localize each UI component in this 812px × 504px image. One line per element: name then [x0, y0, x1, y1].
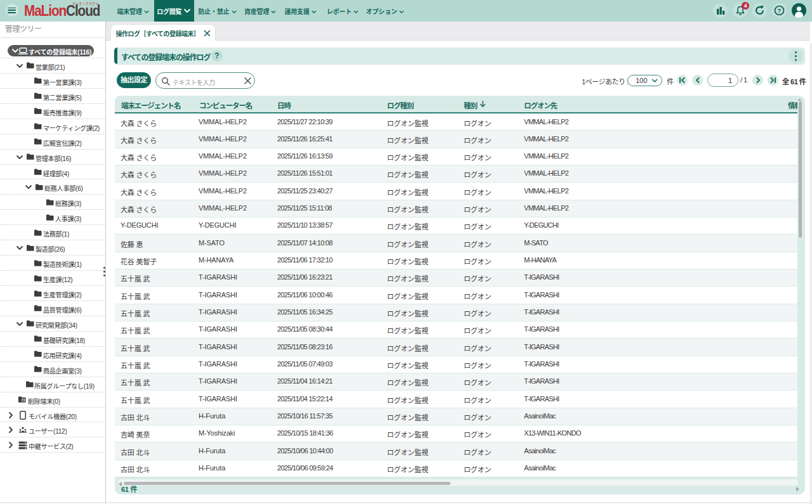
svg-text:?: ?: [778, 7, 782, 14]
